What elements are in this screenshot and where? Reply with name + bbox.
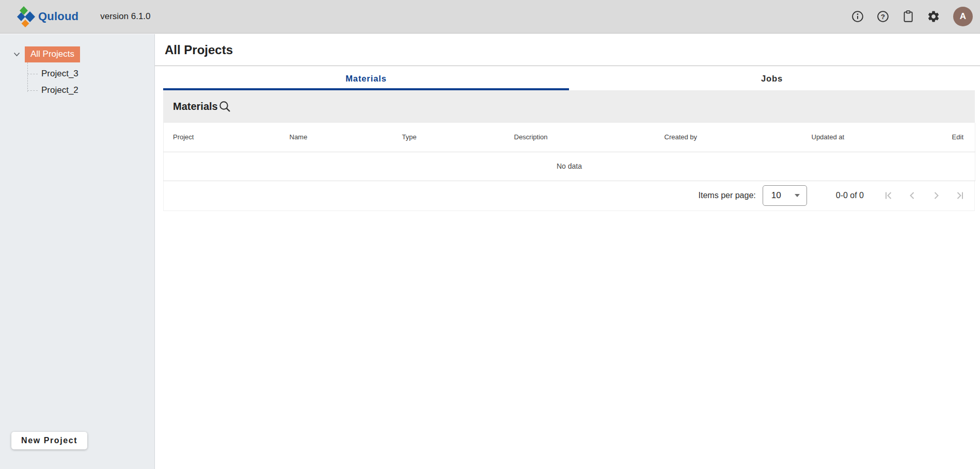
tree-root-all-projects[interactable]: All Projects bbox=[0, 46, 154, 62]
materials-panel: Materials Project Name Type Descriptio bbox=[163, 90, 975, 211]
previous-page-icon[interactable] bbox=[906, 189, 919, 202]
paginator: Items per page: 10 0-0 of 0 bbox=[163, 181, 975, 211]
info-icon[interactable] bbox=[851, 10, 864, 23]
page-title-row: All Projects bbox=[155, 34, 980, 66]
help-icon[interactable]: ? bbox=[876, 10, 890, 23]
first-page-icon[interactable] bbox=[882, 189, 895, 202]
next-page-icon[interactable] bbox=[930, 189, 942, 202]
items-per-page-label: Items per page: bbox=[699, 191, 756, 200]
caret-down-icon bbox=[795, 194, 800, 197]
column-header-name: Name bbox=[290, 123, 402, 152]
materials-panel-header: Materials bbox=[163, 90, 975, 123]
search-icon[interactable] bbox=[218, 100, 232, 114]
table-header-row: Project Name Type Description Created by… bbox=[164, 123, 975, 152]
tree-child-label: Project_3 bbox=[41, 69, 78, 79]
materials-table: Project Name Type Description Created by… bbox=[163, 123, 975, 181]
no-data-message: No data bbox=[164, 152, 975, 181]
main-content: All Projects Materials Jobs Materials bbox=[155, 34, 980, 469]
empty-row: No data bbox=[164, 152, 975, 181]
tree-root-label[interactable]: All Projects bbox=[25, 46, 80, 62]
clipboard-icon[interactable] bbox=[902, 10, 915, 23]
topbar: Quloud version 6.1.0 ? bbox=[0, 0, 980, 34]
settings-gear-icon[interactable] bbox=[927, 10, 940, 23]
items-per-page-select[interactable]: 10 bbox=[763, 185, 807, 206]
topbar-actions: ? A bbox=[851, 7, 973, 26]
last-page-icon[interactable] bbox=[954, 189, 966, 202]
app-logo: Quloud bbox=[17, 6, 78, 27]
column-header-created-by: Created by bbox=[665, 123, 812, 152]
new-project-button[interactable]: New Project bbox=[11, 432, 87, 449]
column-header-description: Description bbox=[514, 123, 665, 152]
tree-child-label: Project_2 bbox=[41, 85, 78, 95]
page-title: All Projects bbox=[165, 43, 233, 57]
page-range-label: 0-0 of 0 bbox=[836, 191, 864, 200]
tree-children: Project_3 Project_2 bbox=[0, 66, 154, 99]
sidebar-item-project-3[interactable]: Project_3 bbox=[0, 66, 154, 82]
column-header-updated-at: Updated at bbox=[812, 123, 947, 152]
sidebar-item-project-2[interactable]: Project_2 bbox=[0, 82, 154, 99]
items-per-page-value: 10 bbox=[771, 190, 781, 201]
tab-materials[interactable]: Materials bbox=[163, 66, 569, 90]
brand-name: Quloud bbox=[38, 10, 78, 23]
column-header-project: Project bbox=[164, 123, 290, 152]
pager-controls bbox=[882, 189, 966, 202]
sidebar: All Projects Project_3 Project_2 New Pro… bbox=[0, 34, 155, 469]
tab-bar: Materials Jobs bbox=[163, 66, 975, 90]
column-header-edit: Edit bbox=[947, 123, 975, 152]
logo-diamonds-icon bbox=[17, 6, 36, 27]
materials-panel-title: Materials bbox=[173, 101, 218, 112]
svg-text:?: ? bbox=[881, 13, 885, 21]
user-avatar[interactable]: A bbox=[953, 7, 973, 26]
project-tree: All Projects Project_3 Project_2 bbox=[0, 34, 154, 99]
column-header-type: Type bbox=[402, 123, 514, 152]
chevron-down-icon[interactable] bbox=[13, 52, 20, 57]
version-label: version 6.1.0 bbox=[100, 11, 150, 22]
tab-jobs[interactable]: Jobs bbox=[569, 66, 975, 90]
